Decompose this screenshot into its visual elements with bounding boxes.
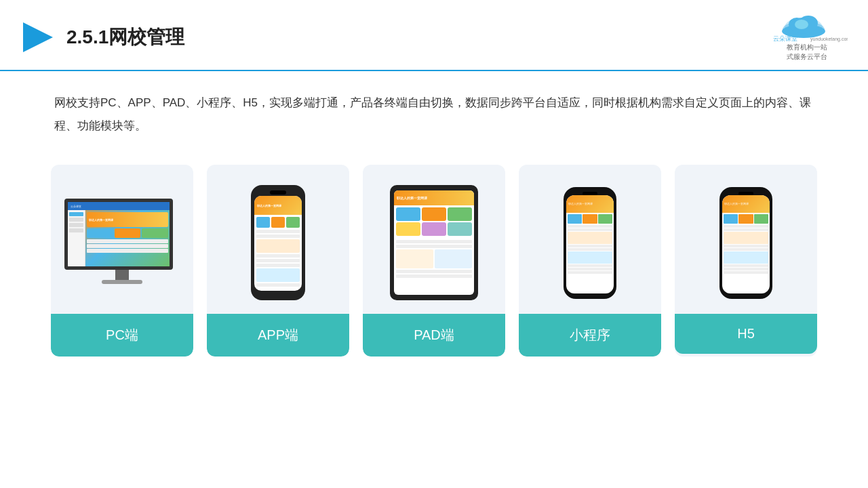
card-h5: 职达人的第一堂网课 bbox=[675, 165, 817, 357]
header: 2.5.1网校管理 云朵课堂 yunduoketang.com 教育机构一站 式… bbox=[0, 0, 868, 71]
card-pad-label: PAD端 bbox=[363, 314, 505, 357]
description-text: 网校支持PC、APP、PAD、小程序、H5，实现多端打通，产品各终端自由切换，数… bbox=[0, 71, 868, 144]
card-pc: 云朵课堂 职达人的第一堂网课 bbox=[51, 165, 193, 357]
card-h5-label: H5 bbox=[675, 314, 817, 354]
svg-marker-0 bbox=[23, 22, 53, 52]
svg-text:yunduoketang.com: yunduoketang.com bbox=[810, 37, 848, 42]
card-pad: 职达人的第一堂网课 bbox=[363, 165, 505, 357]
cards-container: 云朵课堂 职达人的第一堂网课 bbox=[0, 144, 868, 377]
logo-area: 云朵课堂 yunduoketang.com 教育机构一站 式服务云平台 bbox=[766, 12, 848, 62]
card-pc-image: 云朵课堂 职达人的第一堂网课 bbox=[51, 165, 193, 314]
card-miniprogram-label: 小程序 bbox=[519, 314, 661, 357]
logo-icon: 云朵课堂 yunduoketang.com bbox=[766, 12, 848, 43]
card-pc-label: PC端 bbox=[51, 314, 193, 357]
phone-mini-device-mp: 职达人的第一堂网课 bbox=[564, 187, 616, 299]
play-icon bbox=[20, 20, 56, 55]
phone-device-app: 职达人的第一堂网课 bbox=[251, 185, 305, 300]
card-app-label: APP端 bbox=[207, 314, 349, 357]
card-miniprogram-image: 职达人的第一堂网课 bbox=[519, 165, 661, 314]
card-app-image: 职达人的第一堂网课 bbox=[207, 165, 349, 314]
svg-text:云朵课堂: 云朵课堂 bbox=[773, 35, 797, 42]
svg-point-8 bbox=[795, 20, 808, 29]
logo-tagline: 教育机构一站 式服务云平台 bbox=[787, 43, 827, 62]
phone-mini-device-h5: 职达人的第一堂网课 bbox=[719, 187, 772, 299]
card-app: 职达人的第一堂网课 bbox=[207, 165, 349, 357]
tablet-device: 职达人的第一堂网课 bbox=[390, 185, 478, 300]
page-title: 2.5.1网校管理 bbox=[66, 24, 184, 50]
card-h5-image: 职达人的第一堂网课 bbox=[675, 165, 817, 314]
header-left: 2.5.1网校管理 bbox=[20, 20, 184, 55]
monitor-device: 云朵课堂 职达人的第一堂网课 bbox=[64, 199, 180, 287]
card-pad-image: 职达人的第一堂网课 bbox=[363, 165, 505, 314]
card-miniprogram: 职达人的第一堂网课 bbox=[519, 165, 661, 357]
